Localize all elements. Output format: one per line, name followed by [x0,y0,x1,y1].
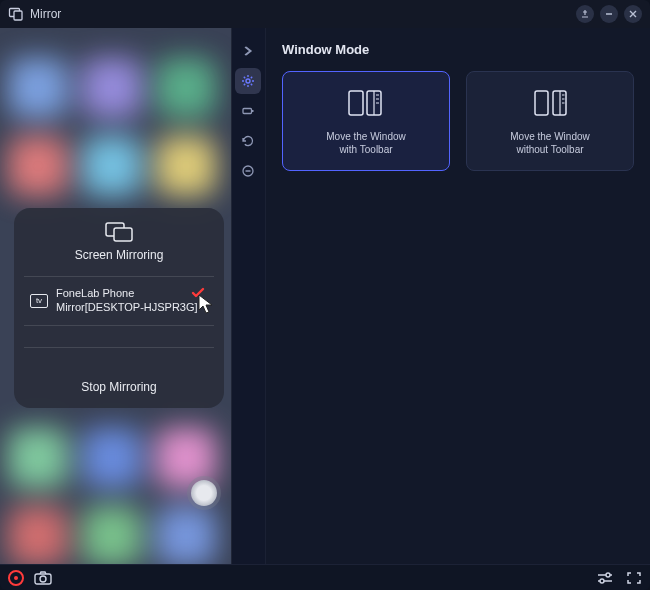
svg-point-23 [600,579,604,583]
mouse-cursor-icon [196,293,216,315]
bottom-toolbar [0,564,650,590]
app-mirror-icon [8,6,24,22]
stop-mirroring-button[interactable]: Stop Mirroring [24,368,214,408]
card-with-toolbar-label: Move the Window with Toolbar [326,130,405,156]
svg-rect-3 [114,228,132,241]
svg-rect-8 [349,91,363,115]
close-button[interactable] [624,5,642,23]
settings-icon-rail [232,28,265,564]
pin-button[interactable] [576,5,594,23]
record-button[interactable] [8,570,24,586]
svg-rect-1 [14,11,22,20]
without-toolbar-icon [523,86,577,120]
settings-panel: Window Mode Move the Window with Toolbar [265,28,650,564]
device-name-label: FoneLab Phone Mirror[DESKTOP-HJSPR3G] [56,287,208,315]
svg-rect-6 [252,110,254,112]
card-without-toolbar-label: Move the Window without Toolbar [510,130,589,156]
mirroring-device-row[interactable]: tv FoneLab Phone Mirror[DESKTOP-HJSPR3G] [24,276,214,326]
main-area: Screen Mirroring tv FoneLab Phone Mirror… [0,28,650,564]
rail-battery-button[interactable] [235,98,261,124]
mirror-preview-pane: Screen Mirroring tv FoneLab Phone Mirror… [0,28,231,564]
rail-history-button[interactable] [235,128,261,154]
empty-device-slot [24,326,214,348]
screen-mirroring-overlay: Screen Mirroring tv FoneLab Phone Mirror… [14,208,224,408]
assistive-touch-icon[interactable] [191,480,217,506]
svg-rect-14 [535,91,548,115]
screen-mirroring-title: Screen Mirroring [75,248,164,262]
titlebar: Mirror [0,0,650,28]
rail-collapse-button[interactable] [235,38,261,64]
stop-mirroring-label: Stop Mirroring [81,380,156,394]
minimize-button[interactable] [600,5,618,23]
svg-point-4 [246,79,250,83]
rail-settings-button[interactable] [235,68,261,94]
with-toolbar-icon [339,86,393,120]
app-title: Mirror [30,7,61,21]
card-with-toolbar[interactable]: Move the Window with Toolbar [282,71,450,171]
svg-point-22 [606,573,610,577]
screen-mirroring-icon [105,222,133,242]
section-title: Window Mode [282,42,634,57]
fullscreen-button[interactable] [626,571,642,585]
svg-point-21 [40,576,46,582]
rail-remove-button[interactable] [235,158,261,184]
svg-rect-5 [243,109,252,114]
window-mode-cards: Move the Window with Toolbar Move the Wi… [282,71,634,171]
screenshot-button[interactable] [34,571,52,585]
tv-icon: tv [30,294,48,308]
settings-sliders-button[interactable] [596,571,614,585]
card-without-toolbar[interactable]: Move the Window without Toolbar [466,71,634,171]
